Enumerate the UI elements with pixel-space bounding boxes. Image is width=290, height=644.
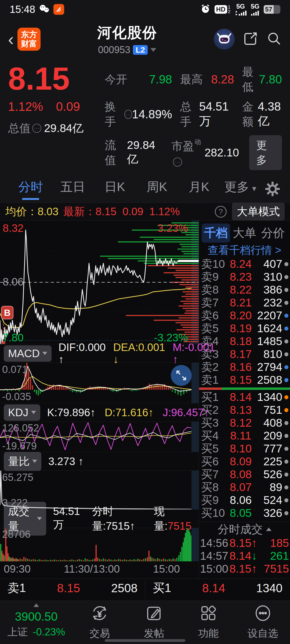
tab-周K[interactable]: 周K	[136, 179, 178, 200]
battery-icon: 57	[264, 5, 280, 14]
tab-日K[interactable]: 日K	[94, 179, 136, 200]
order-book-row[interactable]: 卖18.152508	[199, 374, 290, 386]
big-order-mode-button[interactable]: 大单模式	[232, 203, 285, 221]
tab-五日[interactable]: 五日	[52, 179, 94, 200]
kdj-chart[interactable]: 126.052 -19.679	[0, 422, 199, 452]
order-size-dot	[284, 434, 288, 438]
chevron-down-icon[interactable]	[150, 48, 156, 52]
order-size-dot	[284, 408, 288, 412]
kdj-selector[interactable]: KDJ	[4, 404, 40, 421]
order-book-row[interactable]: 卖88.22386	[199, 283, 290, 296]
order-book-row[interactable]: 卖58.191624	[199, 322, 290, 335]
tick-trade-row: 15:008.15↑7515	[199, 562, 290, 575]
tick-trade-row: 14:578.14↓261	[199, 550, 290, 562]
l2-badge[interactable]: L2	[133, 45, 148, 55]
share-icon[interactable]	[243, 31, 258, 47]
indicator-value: J:96.457↑	[163, 407, 209, 419]
buy1-price: 8.14	[171, 581, 256, 595]
expand-chart-button[interactable]	[171, 365, 192, 386]
nav-functions[interactable]: 功能	[181, 603, 236, 640]
tab-更多[interactable]: 更多▼	[220, 179, 262, 200]
home-indicator[interactable]	[105, 639, 185, 642]
gear-icon[interactable]	[265, 181, 280, 198]
post-icon	[144, 603, 164, 624]
volume-chart[interactable]: 28706	[0, 528, 199, 561]
macd-selector[interactable]: MACD	[4, 345, 52, 362]
time-mid: 11:30/13:00	[31, 563, 153, 575]
order-book-row[interactable]: 买58.10777	[199, 442, 290, 455]
tab-分时[interactable]: 分时	[10, 179, 52, 200]
title-block: 河化股份 000953 L2	[41, 23, 214, 56]
order-book-row[interactable]: 买38.12408	[199, 416, 290, 429]
watchlist-icon	[253, 603, 273, 624]
order-size-dot	[284, 378, 288, 382]
order-book-row[interactable]: 卖68.202207	[199, 309, 290, 322]
pe-label: 市盈	[171, 140, 194, 152]
panel-tab-分价[interactable]: 分价	[259, 224, 287, 243]
tab-月K[interactable]: 月K	[178, 179, 220, 200]
wechat-icon	[39, 4, 50, 14]
order-size-dot	[284, 288, 288, 292]
period-tabs: 分时五日日K周K月K更多▼	[0, 176, 290, 203]
time-close: 15:00	[153, 563, 195, 575]
sell1-price: 8.15	[26, 581, 111, 595]
nav-watchlist[interactable]: 设自选	[236, 603, 290, 640]
indicator-value: DEA:0.001 ↓	[113, 341, 165, 365]
info-icon[interactable]: ···	[124, 110, 132, 119]
chart-preclose-label: 8.06	[3, 276, 24, 287]
volume-max-label: 28706	[2, 529, 31, 540]
stock-detail-screen: 15:48 HD 12 5G	[0, 0, 290, 644]
info-icon[interactable]: ···	[173, 158, 182, 167]
liangbi-chart[interactable]: 65.275 3.222	[0, 471, 199, 509]
order-size-dot	[284, 460, 288, 464]
order-book-row[interactable]: 买88.0789	[199, 481, 290, 494]
low-label: 最低	[242, 64, 259, 94]
order-book-row[interactable]: 卖98.23310	[199, 270, 290, 283]
order-book-row[interactable]: 买68.09225	[199, 455, 290, 468]
nav-trade[interactable]: 交易	[73, 603, 127, 640]
order-book-row[interactable]: 买98.06524	[199, 494, 290, 507]
order-book-row[interactable]: 买48.11209	[199, 429, 290, 442]
bottom-nav: 3900.50 上证 -0.23% 交易 发帖 功能	[0, 601, 290, 644]
info-icon[interactable]: ···	[32, 124, 41, 133]
order-book-row[interactable]: 卖108.24407	[199, 258, 290, 270]
buy-marker-badge: B	[1, 306, 13, 319]
intraday-price-chart[interactable]: 8.32 3.23% 8.06 7.80 -3.23% B	[0, 221, 199, 344]
liangbi-selector[interactable]: 量比	[4, 452, 41, 471]
nav-post[interactable]: 发帖	[127, 603, 182, 640]
eastmoney-logo: 东方 财富	[17, 28, 41, 51]
avg-price: 8.03	[38, 206, 59, 217]
assistant-robot-avatar[interactable]	[214, 29, 235, 50]
order-size-dot	[284, 473, 288, 477]
tick-trades-header[interactable]: 分时成交	[199, 522, 290, 537]
index-name: 上证	[8, 626, 28, 638]
change-percent: 1.12%	[8, 99, 43, 114]
search-icon[interactable]	[266, 31, 282, 47]
macd-chart[interactable]: 0.071 -0.035	[0, 363, 199, 403]
low-value: 7.80	[259, 73, 282, 86]
panel-tab-大单[interactable]: 大单	[230, 224, 259, 243]
back-button[interactable]: ‹	[8, 31, 14, 48]
liangbi-max-label: 65.275	[2, 472, 33, 483]
chart-high-label: 8.32	[3, 223, 24, 233]
more-button[interactable]: 更多	[249, 135, 282, 170]
high-label: 最高	[180, 72, 203, 87]
indicator-value: K:79.896↑	[47, 407, 96, 419]
buy1-label: 买1	[153, 580, 171, 596]
thousand-level-link[interactable]: 查看千档行情 >	[199, 243, 290, 258]
index-shortcut[interactable]: 3900.50 上证 -0.23%	[0, 603, 73, 638]
order-book-row[interactable]: 卖78.21232	[199, 296, 290, 309]
kdj-header: KDJ K:79.896↑D:71.616↑J:96.457↑	[0, 403, 199, 422]
chevron-down-icon	[32, 460, 37, 463]
order-book-row[interactable]: 买18.141340	[199, 391, 290, 404]
quote-section: 8.15 1.12% 0.09 总值··· 29.84亿 今开7.98 最高8.…	[0, 60, 290, 176]
order-book-row[interactable]: 买28.13751	[199, 404, 290, 416]
chevron-down-icon	[31, 411, 36, 414]
header: ‹ 东方 财富 河化股份 000953 L2	[0, 19, 290, 60]
order-book-row[interactable]: 买78.08526	[199, 468, 290, 481]
panel-tab-千档[interactable]: 千档	[202, 224, 230, 243]
chart-low-pct-label: -3.23%	[154, 332, 188, 343]
help-icon[interactable]: ?	[215, 206, 227, 218]
order-book-row[interactable]: 买108.05326	[199, 507, 290, 519]
order-size-dot	[284, 262, 288, 266]
